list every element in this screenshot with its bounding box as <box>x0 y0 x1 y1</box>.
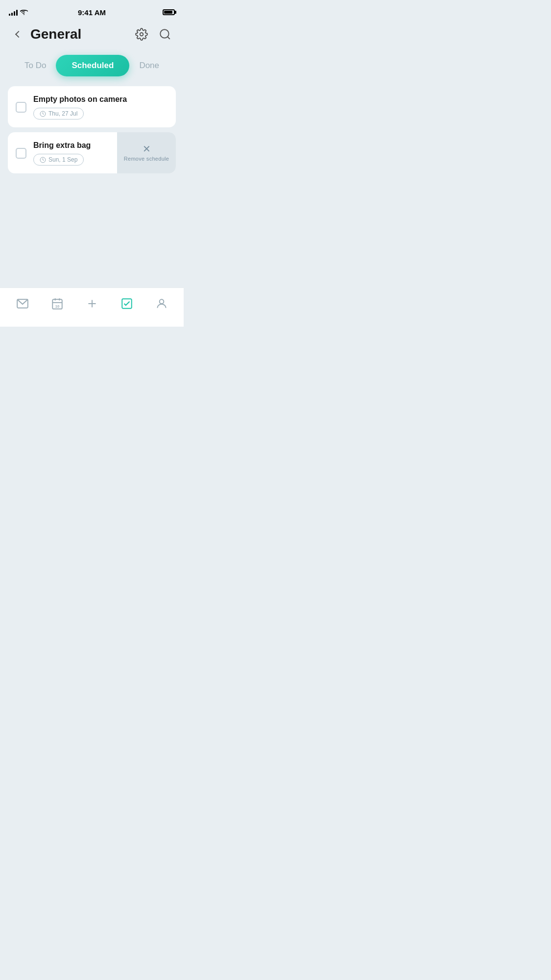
page-title: General <box>27 26 133 42</box>
settings-button[interactable] <box>133 25 150 43</box>
tab-scheduled[interactable]: Scheduled <box>56 55 129 76</box>
svg-text:10: 10 <box>55 304 59 308</box>
task-title-2: Bring extra bag <box>33 141 91 150</box>
task-date-text-1: Thu, 27 Jul <box>48 110 77 117</box>
status-bar: 9:41 AM <box>0 0 184 22</box>
status-left <box>9 9 28 16</box>
nav-tasks[interactable] <box>112 291 142 316</box>
task-title-1: Empty photos on camera <box>33 95 127 104</box>
svg-point-2 <box>160 29 168 38</box>
mail-icon <box>16 297 29 310</box>
nav-mail[interactable] <box>8 291 37 316</box>
task-card-2: Bring extra bag Sun, 1 Sep ✕ Remove sche… <box>8 132 176 173</box>
task-date-text-2: Sun, 1 Sep <box>48 156 77 163</box>
user-icon <box>155 297 168 310</box>
svg-point-1 <box>140 33 144 36</box>
task-card: Empty photos on camera Thu, 27 Jul <box>8 86 176 127</box>
header-icons <box>133 25 174 43</box>
signal-icon <box>9 9 18 16</box>
nav-calendar[interactable]: 10 <box>43 291 72 316</box>
task-date-badge-1: Thu, 27 Jul <box>33 108 84 120</box>
svg-point-0 <box>24 14 24 15</box>
check-square-icon <box>120 297 133 310</box>
clock-icon-2 <box>40 157 46 163</box>
task-content-2: Bring extra bag Sun, 1 Sep <box>8 132 117 173</box>
nav-profile[interactable] <box>147 291 176 316</box>
task-date-badge-2: Sun, 1 Sep <box>33 154 84 166</box>
battery-icon <box>163 9 175 15</box>
search-button[interactable] <box>156 25 174 43</box>
nav-add[interactable] <box>77 291 107 316</box>
task-checkbox-2[interactable] <box>16 148 26 159</box>
search-icon <box>159 28 171 41</box>
status-time: 9:41 AM <box>78 8 106 17</box>
remove-x-icon: ✕ <box>143 144 151 154</box>
clock-icon-1 <box>40 111 46 117</box>
back-chevron-icon <box>15 31 22 38</box>
task-info-2: Bring extra bag Sun, 1 Sep <box>33 141 91 166</box>
tab-todo[interactable]: To Do <box>15 56 56 75</box>
task-checkbox-1[interactable] <box>16 102 26 113</box>
remove-schedule-label: Remove schedule <box>124 156 169 162</box>
calendar-icon: 10 <box>51 297 64 310</box>
back-button[interactable] <box>10 25 27 43</box>
wifi-icon <box>20 9 28 15</box>
bottom-nav: 10 <box>0 287 184 327</box>
task-list: Empty photos on camera Thu, 27 Jul Bring… <box>0 86 184 173</box>
plus-icon <box>86 297 98 310</box>
svg-line-3 <box>168 37 170 39</box>
svg-point-15 <box>159 299 164 304</box>
header: General <box>0 22 184 51</box>
remove-schedule-button[interactable]: ✕ Remove schedule <box>117 132 176 173</box>
tab-done[interactable]: Done <box>129 56 169 75</box>
task-content: Empty photos on camera Thu, 27 Jul <box>8 86 176 127</box>
gear-icon <box>135 28 148 41</box>
task-info-1: Empty photos on camera Thu, 27 Jul <box>33 95 127 120</box>
tab-bar: To Do Scheduled Done <box>0 51 184 86</box>
